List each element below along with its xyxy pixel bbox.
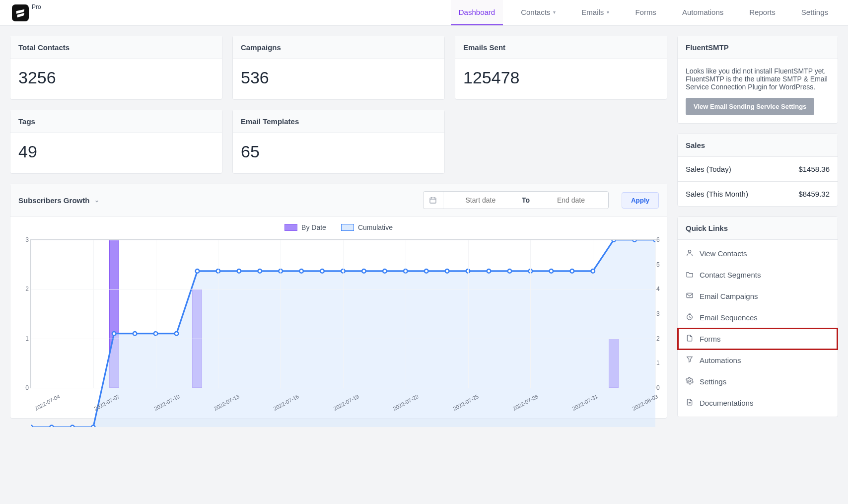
stat-value: 49 — [18, 142, 214, 161]
legend-swatch-bar — [284, 224, 297, 231]
quicklink-email-campaigns[interactable]: Email Campaigns — [678, 286, 838, 307]
nav-reports[interactable]: Reports — [741, 0, 783, 25]
chevron-down-icon: ⌄ — [94, 197, 99, 204]
quicklink-label: Email Sequences — [700, 313, 758, 322]
svg-point-26 — [550, 269, 554, 273]
nav-dashboard[interactable]: Dashboard — [451, 0, 503, 25]
legend-by-date[interactable]: By Date — [284, 223, 326, 231]
stat-label: Email Templates — [233, 110, 444, 133]
sidebar-fluentsmtp: FluentSMTP Looks like you did not instal… — [677, 36, 838, 124]
sales-title: Sales — [678, 134, 838, 157]
svg-point-3 — [71, 426, 74, 428]
stat-card-emails-sent: Emails Sent 125478 — [455, 36, 667, 100]
chart-header: Subscribers Growth ⌄ To Apply — [10, 184, 667, 216]
nav-automations-label: Automations — [682, 8, 723, 16]
sales-today-label: Sales (Today) — [686, 165, 731, 173]
quicklink-label: Settings — [700, 377, 726, 386]
fluentsmtp-settings-button[interactable]: View Email Sending Service Settings — [686, 98, 814, 115]
stat-value: 3256 — [18, 68, 214, 87]
nav-forms-label: Forms — [635, 8, 656, 16]
stat-card-campaigns: Campaigns 536 — [232, 36, 445, 100]
quicklink-label: Email Campaigns — [700, 292, 758, 300]
clock-icon — [686, 313, 694, 322]
start-date-input[interactable] — [443, 196, 518, 204]
brand-pro-label: Pro — [32, 3, 41, 10]
brand: Pro — [12, 4, 41, 21]
stat-value: 125478 — [463, 68, 659, 87]
quicklink-documentations[interactable]: Documentations — [678, 392, 838, 414]
svg-rect-33 — [687, 293, 693, 297]
stat-card-email-templates: Email Templates 65 — [232, 110, 445, 174]
legend-by-date-label: By Date — [301, 223, 326, 231]
sales-row-today: Sales (Today) $1458.36 — [678, 157, 838, 181]
stat-label: Emails Sent — [455, 36, 667, 59]
nav-automations[interactable]: Automations — [674, 0, 731, 25]
legend-cumulative-label: Cumulative — [358, 223, 393, 231]
quicklink-label: View Contacts — [700, 249, 747, 258]
stat-label: Total Contacts — [10, 36, 222, 59]
nav-emails[interactable]: Emails▾ — [573, 0, 617, 25]
nav-settings[interactable]: Settings — [793, 0, 836, 25]
svg-point-27 — [570, 269, 574, 273]
svg-point-23 — [487, 269, 491, 273]
stat-label: Campaigns — [233, 36, 444, 59]
svg-point-2 — [50, 426, 54, 428]
legend-swatch-line — [341, 224, 354, 231]
svg-point-14 — [299, 269, 303, 273]
doc-icon — [686, 398, 694, 408]
svg-point-20 — [424, 269, 428, 273]
quicklink-view-contacts[interactable]: View Contacts — [678, 243, 838, 264]
sales-row-month: Sales (This Month) $8459.32 — [678, 181, 838, 206]
nav-reports-label: Reports — [749, 8, 776, 16]
svg-point-32 — [688, 250, 691, 253]
svg-point-9 — [196, 269, 200, 273]
svg-point-15 — [320, 269, 324, 273]
stat-value: 65 — [241, 142, 436, 161]
brand-logo — [12, 4, 29, 21]
quicklink-forms[interactable]: Forms — [678, 328, 838, 350]
stat-label: Tags — [10, 110, 222, 133]
fluentsmtp-title: FluentSMTP — [678, 36, 838, 59]
quicklink-contact-segments[interactable]: Contact Segments — [678, 264, 838, 286]
nav-dashboard-label: Dashboard — [459, 8, 495, 16]
svg-point-6 — [133, 332, 137, 336]
chart-title-dropdown[interactable]: Subscribers Growth ⌄ — [18, 196, 99, 205]
calendar-icon — [424, 192, 443, 209]
chevron-down-icon: ▾ — [607, 9, 609, 15]
chart-title-label: Subscribers Growth — [18, 196, 89, 205]
main-nav: Dashboard Contacts▾ Emails▾ Forms Automa… — [451, 0, 836, 25]
end-date-input[interactable] — [534, 196, 608, 204]
stat-card-tags: Tags 49 — [10, 110, 222, 174]
svg-point-24 — [508, 269, 512, 273]
svg-point-4 — [91, 426, 95, 428]
svg-point-1 — [31, 426, 33, 428]
sales-month-amount: $8459.32 — [798, 190, 830, 198]
quicklink-automations[interactable]: Automations — [678, 350, 838, 371]
quicklink-label: Automations — [700, 356, 741, 364]
svg-rect-0 — [430, 198, 436, 203]
sales-today-amount: $1458.36 — [798, 165, 830, 173]
quicklink-label: Contact Segments — [700, 271, 761, 279]
chart-legend: By Date Cumulative — [10, 216, 667, 234]
quicklink-settings[interactable]: Settings — [678, 371, 838, 392]
nav-forms[interactable]: Forms — [627, 0, 664, 25]
date-range-picker[interactable]: To — [423, 191, 609, 209]
quicklinks-title: Quick Links — [678, 217, 838, 240]
gear-icon — [686, 377, 694, 386]
file-icon — [686, 334, 694, 344]
svg-point-8 — [175, 332, 179, 336]
svg-point-12 — [258, 269, 262, 273]
mail-icon — [686, 291, 694, 301]
chart-area: 0123 0123456 2022-07-042022-07-072022-07… — [10, 234, 667, 418]
svg-point-21 — [445, 269, 449, 273]
quicklink-email-sequences[interactable]: Email Sequences — [678, 307, 838, 328]
sales-month-label: Sales (This Month) — [686, 190, 748, 198]
svg-point-35 — [689, 380, 691, 382]
svg-point-5 — [112, 332, 116, 336]
date-range-to-label: To — [518, 196, 534, 204]
nav-contacts[interactable]: Contacts▾ — [513, 0, 564, 25]
svg-point-18 — [383, 269, 387, 273]
apply-button[interactable]: Apply — [622, 192, 659, 209]
funnel-icon — [686, 356, 694, 365]
legend-cumulative[interactable]: Cumulative — [341, 223, 393, 231]
